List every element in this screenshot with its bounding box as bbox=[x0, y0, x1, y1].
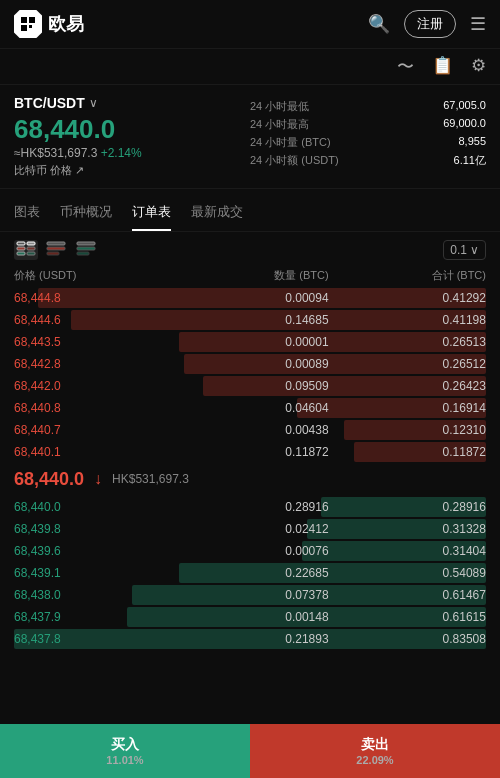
logo-icon bbox=[14, 10, 42, 38]
hk-price-value: ≈HK$531,697.3 bbox=[14, 146, 97, 160]
col-total-header: 合计 (BTC) bbox=[329, 268, 486, 283]
ask-row[interactable]: 68,444.6 0.14685 0.41198 bbox=[14, 309, 486, 331]
svg-rect-6 bbox=[17, 247, 25, 250]
precision-value: 0.1 bbox=[450, 243, 467, 257]
svg-rect-2 bbox=[21, 25, 27, 31]
col-price-header: 价格 (USDT) bbox=[14, 268, 171, 283]
buy-label: 买入 bbox=[12, 736, 238, 754]
tab-overview[interactable]: 币种概况 bbox=[60, 193, 112, 231]
settings-icon[interactable]: ⚙ bbox=[471, 55, 486, 78]
svg-rect-3 bbox=[29, 25, 32, 28]
mid-arrow-icon: ↓ bbox=[94, 470, 102, 488]
view-asks-icon[interactable] bbox=[44, 240, 68, 260]
svg-rect-5 bbox=[27, 242, 35, 245]
stat-row-0: 24 小时最低 67,005.0 bbox=[250, 99, 486, 114]
price-left: BTC/USDT ∨ 68,440.0 ≈HK$531,697.3 +2.14%… bbox=[14, 95, 250, 178]
stat-row-3: 24 小时额 (USDT) 6.11亿 bbox=[250, 153, 486, 168]
price-section: BTC/USDT ∨ 68,440.0 ≈HK$531,697.3 +2.14%… bbox=[0, 85, 500, 189]
price-stats: 24 小时最低 67,005.0 24 小时最高 69,000.0 24 小时量… bbox=[250, 95, 486, 178]
bid-row[interactable]: 68,438.0 0.07378 0.61467 bbox=[14, 584, 486, 606]
search-icon[interactable]: 🔍 bbox=[368, 13, 390, 35]
sell-sub: 22.09% bbox=[262, 754, 488, 766]
svg-rect-11 bbox=[47, 247, 65, 250]
btc-link[interactable]: 比特币 价格 ↗ bbox=[14, 163, 250, 178]
bid-row[interactable]: 68,439.6 0.00076 0.31404 bbox=[14, 540, 486, 562]
orderbook-controls: 0.1 ∨ bbox=[0, 232, 500, 268]
ask-row[interactable]: 68,444.8 0.00094 0.41292 bbox=[14, 287, 486, 309]
ask-row[interactable]: 68,442.8 0.00089 0.26512 bbox=[14, 353, 486, 375]
svg-rect-15 bbox=[77, 252, 89, 255]
stat-label-2: 24 小时量 (BTC) bbox=[250, 135, 331, 150]
ask-row[interactable]: 68,440.7 0.00438 0.12310 bbox=[14, 419, 486, 441]
stat-value-1: 69,000.0 bbox=[443, 117, 486, 132]
pair-row: BTC/USDT ∨ bbox=[14, 95, 250, 111]
logo: 欧易 bbox=[14, 10, 84, 38]
bottom-bar: 买入 11.01% 卖出 22.09% bbox=[0, 724, 500, 778]
svg-rect-7 bbox=[27, 247, 35, 250]
chart-icon[interactable]: 〜 bbox=[397, 55, 414, 78]
logo-text: 欧易 bbox=[48, 12, 84, 36]
ask-row[interactable]: 68,440.1 0.11872 0.11872 bbox=[14, 441, 486, 463]
mid-price: 68,440.0 bbox=[14, 469, 84, 490]
hk-price: ≈HK$531,697.3 +2.14% bbox=[14, 146, 250, 160]
bid-row[interactable]: 68,440.0 0.28916 0.28916 bbox=[14, 496, 486, 518]
bid-rows: 68,440.0 0.28916 0.28916 68,439.8 0.0241… bbox=[0, 496, 500, 650]
external-link-icon: ↗ bbox=[75, 164, 84, 177]
ask-rows: 68,444.8 0.00094 0.41292 68,444.6 0.1468… bbox=[0, 287, 500, 463]
precision-select[interactable]: 0.1 ∨ bbox=[443, 240, 486, 260]
stat-label-1: 24 小时最高 bbox=[250, 117, 309, 132]
stat-value-0: 67,005.0 bbox=[443, 99, 486, 114]
ask-row[interactable]: 68,443.5 0.00001 0.26513 bbox=[14, 331, 486, 353]
stat-row-2: 24 小时量 (BTC) 8,955 bbox=[250, 135, 486, 150]
svg-rect-9 bbox=[27, 252, 35, 255]
sub-header: 〜 📋 ⚙ bbox=[0, 49, 500, 85]
tab-orderbook[interactable]: 订单表 bbox=[132, 193, 171, 231]
orderbook-col-headers: 价格 (USDT) 数量 (BTC) 合计 (BTC) bbox=[0, 268, 500, 287]
stat-row-1: 24 小时最高 69,000.0 bbox=[250, 117, 486, 132]
precision-chevron-icon: ∨ bbox=[470, 243, 479, 257]
header-actions: 🔍 注册 ☰ bbox=[368, 10, 486, 38]
stat-value-2: 8,955 bbox=[458, 135, 486, 150]
menu-icon[interactable]: ☰ bbox=[470, 13, 486, 35]
buy-sub: 11.01% bbox=[12, 754, 238, 766]
register-button[interactable]: 注册 bbox=[404, 10, 456, 38]
buy-button[interactable]: 买入 11.01% bbox=[0, 724, 250, 778]
view-icons bbox=[14, 240, 98, 260]
svg-rect-14 bbox=[77, 247, 95, 250]
big-price: 68,440.0 bbox=[14, 115, 250, 144]
svg-rect-8 bbox=[17, 252, 25, 255]
sell-button[interactable]: 卖出 22.09% bbox=[250, 724, 500, 778]
change-pct: +2.14% bbox=[101, 146, 142, 160]
mid-price-row: 68,440.0 ↓ HK$531,697.3 bbox=[0, 463, 500, 496]
bid-row[interactable]: 68,439.1 0.22685 0.54089 bbox=[14, 562, 486, 584]
svg-rect-4 bbox=[17, 242, 25, 245]
svg-rect-0 bbox=[21, 17, 27, 23]
sell-label: 卖出 bbox=[262, 736, 488, 754]
stat-label-3: 24 小时额 (USDT) bbox=[250, 153, 339, 168]
pair-label: BTC/USDT bbox=[14, 95, 85, 111]
stat-value-3: 6.11亿 bbox=[454, 153, 486, 168]
app-header: 欧易 🔍 注册 ☰ bbox=[0, 0, 500, 49]
ask-row[interactable]: 68,440.8 0.04604 0.16914 bbox=[14, 397, 486, 419]
svg-rect-12 bbox=[47, 252, 59, 255]
view-both-icon[interactable] bbox=[14, 240, 38, 260]
mid-hk-price: HK$531,697.3 bbox=[112, 472, 189, 486]
svg-rect-1 bbox=[29, 17, 35, 23]
ask-row[interactable]: 68,442.0 0.09509 0.26423 bbox=[14, 375, 486, 397]
svg-rect-13 bbox=[77, 242, 95, 245]
bid-row[interactable]: 68,437.8 0.21893 0.83508 bbox=[14, 628, 486, 650]
svg-rect-10 bbox=[47, 242, 65, 245]
stat-label-0: 24 小时最低 bbox=[250, 99, 309, 114]
tabs: 图表 币种概况 订单表 最新成交 bbox=[0, 193, 500, 232]
view-bids-icon[interactable] bbox=[74, 240, 98, 260]
bid-row[interactable]: 68,439.8 0.02412 0.31328 bbox=[14, 518, 486, 540]
tab-chart[interactable]: 图表 bbox=[14, 193, 40, 231]
pair-chevron-icon[interactable]: ∨ bbox=[89, 96, 98, 110]
bid-row[interactable]: 68,437.9 0.00148 0.61615 bbox=[14, 606, 486, 628]
news-icon[interactable]: 📋 bbox=[432, 55, 453, 78]
tab-trades[interactable]: 最新成交 bbox=[191, 193, 243, 231]
col-qty-header: 数量 (BTC) bbox=[171, 268, 328, 283]
